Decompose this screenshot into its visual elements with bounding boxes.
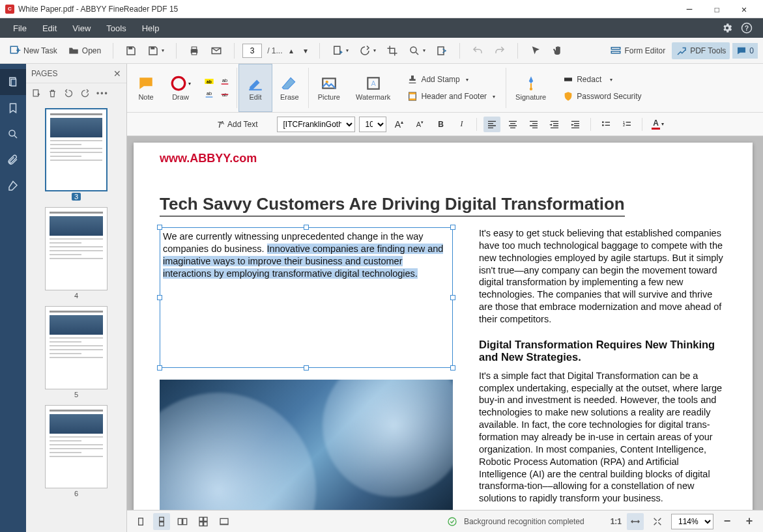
more-icon[interactable]: ••• (96, 89, 109, 98)
format-bar: TA Add Text [ITCFranklinGothic] 10 A▴ A▾… (127, 113, 763, 136)
menu-tools[interactable]: Tools (98, 20, 134, 37)
font-family-select[interactable]: [ITCFranklinGothic] (277, 117, 355, 132)
font-color-button[interactable]: A▾ (649, 117, 666, 132)
comments-button[interactable]: 0 (732, 43, 758, 59)
selected-text-box[interactable]: We are currently witnessing unprecedente… (160, 227, 453, 368)
attachments-tab[interactable] (0, 147, 26, 173)
page-thumbnail[interactable]: 3 (45, 108, 108, 201)
page-input[interactable] (242, 44, 262, 58)
delete-icon[interactable] (48, 89, 57, 98)
ribbon-signature[interactable]: Signature (508, 64, 554, 112)
rotate-button[interactable]: ▾ (355, 42, 380, 59)
comment-count-label: 0 (749, 46, 754, 55)
svg-rect-32 (409, 92, 416, 94)
new-task-button[interactable]: New Task (5, 42, 61, 59)
align-right-button[interactable] (525, 117, 542, 132)
decrease-font-button[interactable]: A▾ (411, 117, 428, 132)
save-button[interactable] (121, 42, 141, 59)
align-left-button[interactable] (483, 117, 500, 132)
strikeout-icon[interactable]: ab (220, 89, 230, 100)
editor-area: Note ▾ Draw ab ab ab ab Edit (127, 64, 763, 532)
ribbon-header-footer[interactable]: Header and Footer▾ (403, 89, 499, 104)
search-button[interactable]: ▾ (405, 42, 429, 59)
page-heading: Tech Savvy Customers Are Driving Digital… (160, 194, 625, 217)
font-size-select[interactable]: 10 (359, 117, 386, 132)
ribbon-edit[interactable]: Edit (238, 64, 272, 112)
menu-bar: File Edit View Tools Help ? (0, 18, 763, 38)
pointer-button[interactable] (526, 42, 545, 59)
help-icon[interactable]: ? (741, 22, 753, 34)
bold-button[interactable]: B (432, 117, 449, 132)
ribbon-picture[interactable]: Picture (310, 64, 348, 112)
pages-tab[interactable] (0, 69, 26, 95)
extract-button[interactable] (432, 42, 452, 59)
bullet-list-button[interactable] (597, 117, 614, 132)
increase-indent-button[interactable] (567, 117, 584, 132)
fit-page-button[interactable] (649, 513, 666, 530)
rotate-left-icon[interactable] (64, 89, 74, 98)
underline2-icon[interactable]: ab (204, 89, 214, 100)
rotate-right-icon[interactable] (80, 89, 90, 98)
signatures-tab[interactable] (0, 173, 26, 199)
zoom-in-button[interactable]: + (741, 513, 758, 530)
view-two-continuous[interactable] (195, 513, 212, 530)
settings-icon[interactable] (721, 22, 733, 34)
page-thumbnail[interactable]: 6 (45, 405, 108, 497)
minimize-button[interactable]: ─ (676, 0, 703, 18)
increase-font-button[interactable]: A▴ (390, 117, 407, 132)
close-button[interactable]: ✕ (730, 0, 758, 18)
view-continuous[interactable] (153, 513, 170, 530)
ribbon-draw[interactable]: ▾ Draw (162, 64, 199, 112)
add-page-icon[interactable] (31, 89, 41, 98)
ribbon-erase[interactable]: Erase (272, 64, 307, 112)
add-text-button[interactable]: TA Add Text (208, 116, 263, 133)
pages-panel-close[interactable]: ✕ (113, 68, 121, 79)
form-editor-button[interactable]: Form Editor (606, 42, 669, 59)
open-button[interactable]: Open (64, 42, 105, 59)
ribbon-watermark[interactable]: A Watermark (348, 64, 398, 112)
undo-button[interactable] (468, 42, 487, 59)
ribbon-password[interactable]: Password Security (559, 89, 645, 104)
svg-text:?: ? (745, 24, 749, 32)
svg-rect-3 (128, 47, 132, 49)
print-button[interactable] (184, 42, 204, 59)
page-thumbnail[interactable]: 4 (45, 207, 108, 300)
page-thumbnail[interactable]: 5 (45, 306, 108, 399)
add-page-button[interactable]: ▾ (328, 42, 353, 59)
hand-button[interactable] (548, 42, 568, 59)
email-button[interactable] (207, 42, 226, 59)
view-fullscreen[interactable] (216, 513, 233, 530)
view-single-page[interactable] (132, 513, 149, 530)
menu-file[interactable]: File (5, 20, 35, 37)
page-down-button[interactable]: ▾ (300, 44, 311, 58)
italic-button[interactable]: I (453, 117, 470, 132)
menu-view[interactable]: View (65, 20, 98, 37)
document-viewport[interactable]: www.ABBYY.com Tech Savvy Customers Are D… (127, 136, 763, 510)
scale-label[interactable]: 1:1 (611, 517, 622, 526)
fit-width-button[interactable] (627, 513, 644, 530)
decrease-indent-button[interactable] (546, 117, 563, 132)
bookmarks-tab[interactable] (0, 95, 26, 121)
page-up-button[interactable]: ▴ (285, 44, 297, 58)
redo-button[interactable] (490, 42, 510, 59)
zoom-select[interactable]: 114% (671, 514, 713, 529)
search-tab[interactable] (0, 121, 26, 147)
align-center-button[interactable] (504, 117, 521, 132)
numbered-list-button[interactable]: 12 (618, 117, 635, 132)
ribbon-note[interactable]: Note (130, 64, 162, 112)
pdf-tools-button[interactable]: PDF Tools (672, 42, 730, 59)
signature-icon (523, 75, 540, 92)
ribbon-redact[interactable]: Redact▾ (559, 72, 645, 87)
para3: It's a simple fact that Digital Transfor… (479, 370, 727, 505)
zoom-out-button[interactable]: − (719, 513, 736, 530)
underline-icon[interactable]: ab (220, 76, 230, 87)
view-two-page[interactable] (174, 513, 191, 530)
menu-edit[interactable]: Edit (35, 20, 65, 37)
maximize-button[interactable]: ☐ (703, 0, 730, 18)
menu-help[interactable]: Help (134, 20, 167, 37)
crop-button[interactable] (382, 42, 402, 59)
form-icon (610, 45, 622, 57)
save-as-button[interactable]: ▾ (143, 42, 168, 59)
highlight-icon[interactable]: ab (204, 76, 214, 87)
ribbon-add-stamp[interactable]: Add Stamp▾ (403, 72, 499, 87)
